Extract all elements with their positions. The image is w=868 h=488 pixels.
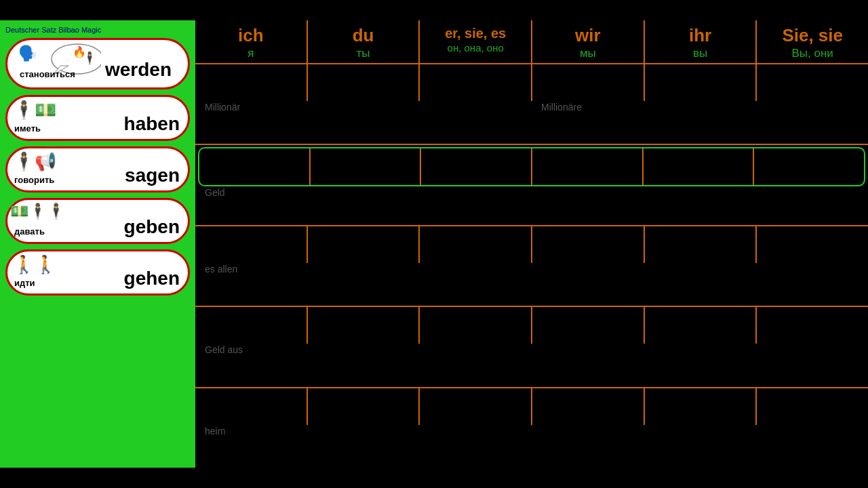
werden-example-wir: Millionäre [532, 101, 650, 115]
verb-de-werden: werden [105, 59, 172, 81]
werden-example-left: Millionär [195, 101, 314, 115]
verb-rows: werde wirst wird werden werdet werden Mi… [195, 64, 868, 468]
header-ich: ich я [195, 20, 308, 63]
sagen-er: sagt [420, 226, 532, 263]
haben-icon: 🕴💵 [13, 100, 56, 121]
bottom-bar [0, 468, 868, 488]
pronoun-du-de: du [311, 26, 416, 45]
gehen-icon: 🚶🚶 [13, 254, 56, 275]
header-er-sie-es: er, sie, es он, она, оно [420, 20, 532, 63]
geben-row: gebe gibst gibt geben gebt geben Geld au… [195, 307, 868, 388]
top-bar [0, 0, 868, 20]
haben-ihr: habt [644, 148, 755, 185]
verb-card-geben: 💵🕴🕴 давать geben [5, 198, 190, 244]
werden-row: werde wirst wird werden werdet werden Mi… [195, 64, 868, 145]
werden-conjugations: werde wirst wird werden werdet werden [195, 64, 868, 101]
verb-card-gehen: 🚶🚶 идти gehen [5, 249, 190, 296]
gehen-example: heim [195, 425, 868, 439]
sagen-du: sagst [308, 226, 420, 263]
haben-ich: habe [199, 148, 311, 185]
gehen-conjugations: gehe gehst geht gehen geht gehen [195, 388, 868, 425]
geben-ihr: gebt [645, 307, 757, 344]
sagen-icon: 🕴📢 [13, 151, 56, 172]
haben-wir: haben [532, 148, 644, 185]
verb-ru-werden: становиться [20, 69, 75, 79]
werden-examples: Millionär Millionäre [195, 101, 868, 115]
werden-du: wirst [308, 64, 420, 101]
werden-wir: werden [532, 64, 645, 101]
haben-row: habe hast hat haben habt haben Geld [195, 145, 868, 226]
haben-green-box: habe hast hat haben habt haben [198, 147, 865, 186]
verb-de-geben: geben [124, 216, 180, 238]
pronoun-wir-de: wir [535, 26, 641, 45]
gehen-sie: gehen [757, 388, 868, 425]
gehen-ihr: geht [645, 388, 757, 425]
svg-text:🕴: 🕴 [82, 51, 98, 66]
gehen-row: gehe gehst geht gehen geht gehen heim [195, 388, 868, 468]
gehen-er: geht [420, 388, 532, 425]
pronoun-du-ru: ты [311, 47, 416, 60]
geben-sie: geben [757, 307, 868, 344]
werden-ich: werde [195, 64, 308, 101]
haben-example: Geld [195, 186, 868, 200]
werden-sie: werden [757, 64, 868, 101]
sagen-ich: sage [195, 226, 308, 263]
geben-example: Geld aus [195, 344, 868, 357]
verb-ru-haben: иметь [14, 123, 41, 134]
gehen-wir: gehen [532, 388, 645, 425]
sagen-conjugations: sage sagst sagt sagen sagt sagen [195, 226, 868, 263]
pronoun-ich-ru: я [198, 47, 304, 60]
pronoun-siesie-de: Sie, sie [760, 26, 865, 45]
haben-conjugations: habe hast hat haben habt haben [199, 148, 864, 185]
pronoun-ihr-de: ihr [648, 26, 753, 45]
main-content: Deutscher Satz Bilbao Magic 🗣️ 🔥 [0, 20, 868, 468]
verb-card-haben: 🕴💵 иметь haben [5, 95, 190, 141]
pronoun-ersies-de: er, sie, es [422, 26, 528, 41]
sagen-example: es allen [195, 263, 868, 277]
sidebar: Deutscher Satz Bilbao Magic 🗣️ 🔥 [0, 20, 195, 468]
geben-conjugations: gebe gibst gibt geben gebt geben [195, 307, 868, 344]
geben-wir: geben [532, 307, 645, 344]
haben-du: hast [311, 148, 422, 185]
table-header: ich я du ты er, sie, es он, она, оно wir… [195, 20, 868, 64]
verb-ru-gehen: идти [14, 278, 35, 288]
haben-sie: haben [754, 148, 864, 185]
header-wir: wir мы [532, 20, 645, 63]
verb-de-sagen: sagen [125, 165, 180, 186]
verb-card-werden: 🗣️ 🔥 🕴 станов [5, 38, 190, 89]
haben-er: hat [421, 148, 532, 185]
geben-ich: gebe [195, 307, 308, 344]
header-du: du ты [308, 20, 420, 63]
werden-ihr: werdet [645, 64, 757, 101]
sagen-ihr: sagt [645, 226, 757, 263]
geben-du: gibst [308, 307, 420, 344]
pronoun-ersies-ru: он, она, оно [422, 42, 528, 54]
pronoun-ihr-ru: вы [648, 47, 753, 60]
sagen-sie: sagen [757, 226, 868, 263]
verb-ru-sagen: говорить [14, 175, 54, 185]
header-ihr: ihr вы [645, 20, 757, 63]
pronoun-siesie-ru: Вы, они [760, 47, 865, 60]
sidebar-title: Deutscher Satz Bilbao Magic [5, 26, 190, 34]
sagen-row: sage sagst sagt sagen sagt sagen es alle… [195, 226, 868, 307]
verb-ru-geben: давать [14, 226, 45, 237]
conjugation-table: ich я du ты er, sie, es он, она, оно wir… [195, 20, 868, 468]
verb-de-gehen: gehen [124, 268, 180, 289]
stick-figure-icon: 🗣️ [18, 45, 37, 62]
werden-er: wird [420, 64, 532, 101]
gehen-du: gehst [308, 388, 420, 425]
header-sie-sie: Sie, sie Вы, они [757, 20, 868, 63]
pronoun-wir-ru: мы [535, 47, 641, 60]
geben-icon: 💵🕴🕴 [10, 203, 65, 220]
pronoun-ich-de: ich [198, 26, 304, 45]
verb-card-sagen: 🕴📢 говорить sagen [5, 146, 190, 192]
geben-er: gibt [420, 307, 532, 344]
sagen-wir: sagen [532, 226, 645, 263]
verb-de-haben: haben [124, 113, 180, 135]
gehen-ich: gehe [195, 388, 308, 425]
